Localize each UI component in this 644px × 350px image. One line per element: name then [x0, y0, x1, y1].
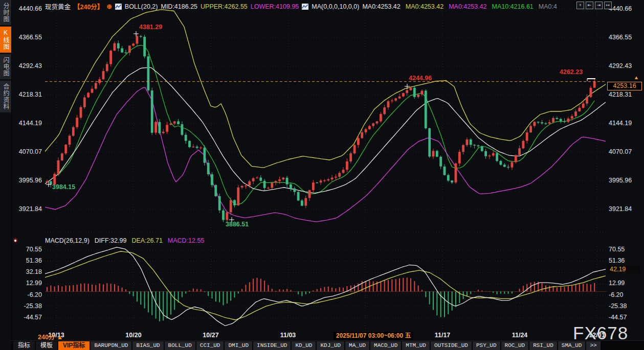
x-axis-date-label: 11/17 [425, 332, 460, 339]
sidebar-tab-item[interactable]: 分时图 [0, 0, 11, 25]
price-axis-label-left: 3921.84 [11, 205, 42, 213]
price-axis-label-left: 4292.43 [11, 62, 42, 69]
macd-settings-icon[interactable]: ✳ [11, 237, 19, 245]
macd-axis-label-right: 12.99 [609, 279, 642, 287]
indicator-tab-vip-[interactable]: VIP指标 [58, 341, 90, 350]
boll-label: BOLL(20,2) [125, 3, 158, 10]
macd-axis-label-left: -44.57 [11, 314, 42, 321]
indicator-tab-kd-ud[interactable]: KD_UD [292, 341, 316, 350]
candlesticks [46, 34, 596, 222]
sidebar: 分时图K线图闪电图合约资料 [0, 0, 12, 350]
price-axis-label-right: 3995.96 [609, 177, 642, 184]
macd-axis-label-right: 51.36 [609, 257, 642, 264]
price-axis-label-left: 4070.07 [11, 148, 42, 155]
x-axis-date-label: 11/24 [502, 332, 538, 339]
chart-tools: +⇤⇥↦ [576, 2, 612, 9]
sidebar-tab-item[interactable]: 闪电图 [0, 54, 11, 79]
macd-axis-label-left: 51.36 [11, 257, 42, 264]
price-annotation: 4381.29 [139, 24, 162, 31]
indicator-tab-psy-ud[interactable]: PSY_UD [473, 341, 500, 350]
price-annotation: 4262.23 [560, 68, 583, 76]
price-axis-label-right: 4366.55 [609, 34, 642, 41]
macd-dea-value: DEA:26.71 [131, 237, 162, 244]
indicator-tab-macd-ud[interactable]: MACD_UD [370, 341, 401, 350]
price-axis-label-left: 4366.55 [11, 34, 42, 41]
indicator-tab-inside-ud[interactable]: INSIDE_UD [253, 341, 291, 350]
macd-axis-label-left: -6.20 [11, 291, 42, 298]
indicator-tab-cci-ud[interactable]: CCI_UD [196, 341, 224, 350]
macd-axis-label-left: -25.38 [11, 302, 42, 310]
macd-diff-value: DIFF:32.99 [95, 237, 127, 244]
indicator-tab-kdj-ud[interactable]: KDJ_UD [317, 341, 344, 350]
sidebar-tab-item[interactable]: 合约资料 [0, 81, 11, 112]
price-axis-label-right: 4218.31 [609, 91, 642, 98]
macd-axis-label-left: 70.55 [11, 246, 42, 253]
watermark: FX678 [573, 323, 628, 343]
grid [12, 5, 607, 331]
indicator-tab-boll-ud[interactable]: BOLL_UD [165, 341, 195, 350]
move-tool-icon[interactable]: + [576, 2, 584, 9]
price-axis-label-right: 3921.84 [609, 205, 642, 213]
price-up-arrow-icon: ▲ [634, 75, 639, 80]
x-axis-date-label: 11/03 [270, 332, 306, 339]
price-axis-label-right: 4440.66 [609, 5, 642, 12]
macd-axis-label-right: -25.38 [609, 302, 642, 310]
sidebar-tab-active[interactable]: K线图 [0, 27, 11, 53]
indicator-toolbar: 指标模板VIP指标BARUPDN_UDBIAS_UDBOLL_UDCCI_UDD… [11, 340, 644, 350]
boll-indicator-icon[interactable] [115, 4, 122, 10]
trading-terminal: 分时图K线图闪电图合约资料 现货黄金 【240分】 ⊕ BOLL(20,2) M… [0, 0, 644, 350]
price-annotation: 4244.96 [409, 75, 432, 82]
expand-axis-icon[interactable]: ⇥ [595, 2, 603, 9]
indicator-tab-barupdn-ud[interactable]: BARUPDN_UD [91, 341, 131, 350]
boll-upper-value: UPPER:4262.55 [201, 3, 248, 10]
x-axis-date-label: 10/27 [193, 332, 229, 339]
macd-axis-label-right: 70.55 [609, 246, 642, 253]
price-axis-label-left: 4218.31 [11, 91, 42, 98]
price-axis-label-left: 3995.96 [11, 177, 42, 184]
price-axis-label-left: 4144.19 [11, 120, 42, 127]
indicator-tab-dmi-ud[interactable]: DMI_UD [225, 341, 252, 350]
indicator-tab-ma-ud[interactable]: MA_UD [345, 341, 369, 350]
price-axis-label-left: 4440.66 [11, 5, 42, 12]
macd-name: MACD(26,12,9) [45, 237, 90, 244]
indicator-tab--[interactable]: 模板 [36, 341, 57, 350]
chart-header: 现货黄金 【240分】 ⊕ BOLL(20,2) MID:4186.25 UPP… [45, 2, 557, 11]
compress-axis-icon[interactable]: ⇤ [586, 2, 593, 9]
ma-label: MA(0,0,0,10,0,0) [312, 3, 359, 10]
macd-axis-label-right: -6.20 [609, 291, 642, 298]
ma-value: MA0:4253.42 [406, 3, 443, 10]
indicator-tab-roc-ud[interactable]: ROC_UD [501, 341, 529, 350]
price-annotation: 3886.51 [226, 221, 249, 228]
macd-value-tag: 42.19 [608, 265, 639, 273]
macd-panel [45, 247, 607, 326]
indicator-tab--[interactable]: 指标 [13, 341, 35, 350]
boll-mid-value: MID:4186.25 [161, 3, 197, 10]
indicator-tab-mtm-ud[interactable]: MTM_UD [402, 341, 430, 350]
macd-axis-label-left: 32.18 [11, 268, 42, 275]
boll-lower-value: LOWER:4109.95 [251, 3, 299, 10]
price-annotation: 3984.15 [52, 183, 75, 191]
ma-indicator-icon[interactable] [302, 4, 308, 10]
macd-axis-label-left: 12.99 [11, 279, 42, 287]
indicator-tab-rsi-ud[interactable]: RSI_UD [529, 341, 557, 350]
price-axis-label-right: 4292.43 [609, 62, 642, 69]
chart-canvas[interactable] [0, 0, 644, 350]
macd-header: MACD(26,12,9) DIFF:32.99 DEA:26.71 MACD:… [45, 237, 204, 244]
selected-candle-time-label: 2025/11/07 03:00~06:00 五 [334, 332, 413, 340]
macd-macd-value: MACD:12.55 [168, 237, 205, 244]
indicator-tab-bias-ud[interactable]: BIAS_UD [132, 341, 163, 350]
period-badge: 【240分】 [74, 2, 103, 11]
current-price-tag: 4253.16 [607, 82, 642, 90]
ma-values: MA0:4253.42MA0:4253.42MA0:4253.42MA10:42… [362, 3, 557, 10]
price-axis-label-right: 4070.07 [609, 148, 642, 155]
indicator-tab-outside-ud[interactable]: OUTSIDE_UD [431, 341, 472, 350]
shift-axis-icon[interactable]: ↦ [604, 2, 612, 9]
x-axis-date-label: 10/20 [116, 332, 151, 339]
price-axis-label-right: 4144.19 [609, 120, 642, 127]
macd-axis-label-right: -44.57 [609, 314, 642, 321]
circle-plus-icon[interactable]: ⊕ [106, 3, 112, 10]
ma-value: MA0:4253.42 [449, 3, 486, 10]
bollinger-bands [45, 10, 606, 222]
ma-value: MA10:4216.61 [492, 3, 533, 10]
extreme-markers [46, 31, 595, 222]
